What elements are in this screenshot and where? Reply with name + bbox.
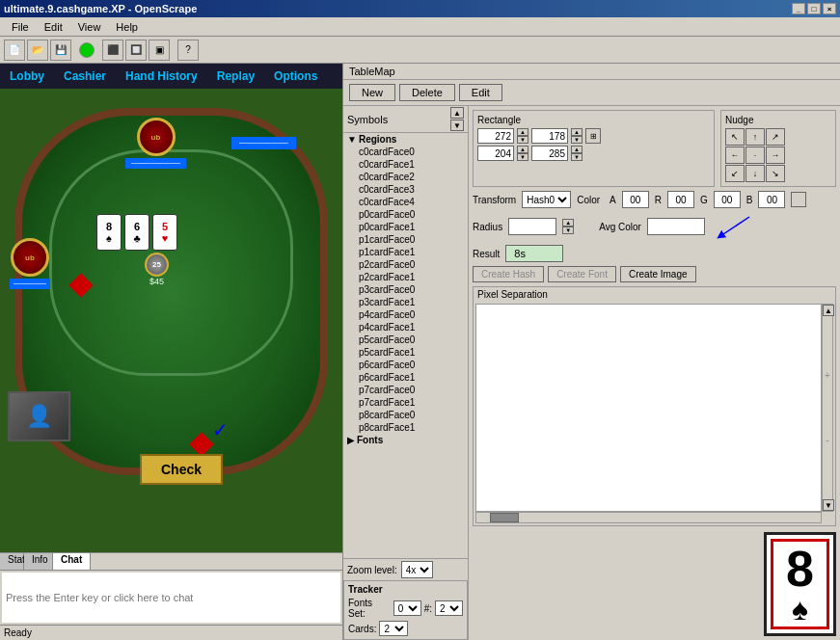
list-item-p7cardFace1[interactable]: p7cardFace1 [355,396,468,409]
create-hash-button[interactable]: Create Hash [473,266,544,282]
window-controls[interactable]: _ □ × [792,3,836,14]
color-a-input[interactable] [622,191,649,208]
vscroll-plus[interactable]: + [823,370,832,381]
rect-h-down[interactable]: ▼ [571,153,583,161]
delete-button[interactable]: Delete [399,84,455,101]
zoom-select[interactable]: 4x [401,561,433,578]
rect-w-input[interactable] [531,128,568,144]
list-item-c0cardFace2[interactable]: c0cardFace2 [355,171,468,183]
vscroll-up[interactable]: ▲ [823,305,834,316]
new-button[interactable]: New [349,84,395,101]
rect-x-up[interactable]: ▲ [517,128,528,136]
toolbar-btn3[interactable]: ▣ [149,40,170,61]
toolbar-save[interactable]: 💾 [50,40,71,61]
rect-x-down[interactable]: ▼ [517,136,528,144]
chat-input-wrapper[interactable] [2,573,340,623]
rect-x-input[interactable] [477,128,514,144]
color-preview-box[interactable] [791,192,806,207]
toolbar-help[interactable]: ? [177,40,199,61]
list-item-p0cardFace0[interactable]: p0cardFace0 [355,208,468,221]
transform-select[interactable]: Hash0 [522,191,571,208]
rect-w-down[interactable]: ▼ [571,136,583,144]
nav-cashier[interactable]: Cashier [54,66,116,87]
cards-select[interactable]: 2 [379,621,408,636]
nav-replay[interactable]: Replay [207,66,264,87]
toolbar-open[interactable]: 📂 [27,40,48,61]
list-item-p5cardFace1[interactable]: p5cardFace1 [355,346,468,359]
fonts-category[interactable]: ▶ Fonts [343,434,468,446]
nav-options[interactable]: Options [264,66,327,87]
list-item-p4cardFace0[interactable]: p4cardFace0 [355,308,468,321]
list-item-c0cardFace1[interactable]: c0cardFace1 [355,158,468,171]
nav-hand-history[interactable]: Hand History [116,66,207,87]
grid-icon[interactable]: ⊞ [585,128,601,144]
toolbar-new[interactable]: 📄 [4,40,25,61]
rect-h-up[interactable]: ▲ [571,146,583,153]
menu-file[interactable]: File [4,19,37,35]
minimize-btn[interactable]: _ [792,3,805,14]
rect-h-input[interactable] [531,146,568,161]
list-item-p3cardFace1[interactable]: p3cardFace1 [355,296,468,308]
nav-lobby[interactable]: Lobby [0,66,54,87]
regions-category[interactable]: ▼ Regions [343,133,468,146]
list-item-p4cardFace1[interactable]: p4cardFace1 [355,321,468,333]
rect-w-up[interactable]: ▲ [571,128,583,136]
hscroll-thumb[interactable] [490,513,519,522]
close-btn[interactable]: × [823,3,836,14]
nudge-u[interactable]: ↑ [745,128,765,146]
nudge-ur[interactable]: ↗ [766,128,785,146]
list-item-c0cardFace3[interactable]: c0cardFace3 [355,183,468,196]
list-item-p0cardFace1[interactable]: p0cardFace1 [355,221,468,233]
list-item-p7cardFace0[interactable]: p7cardFace0 [355,384,468,396]
toolbar-green-circle[interactable] [79,42,95,58]
side-tab-stat[interactable]: Stat [0,553,24,570]
nudge-r[interactable]: → [766,147,785,164]
list-item-p8cardFace1[interactable]: p8cardFace1 [355,421,468,434]
list-item-p1cardFace1[interactable]: p1cardFace1 [355,246,468,258]
list-item-c0cardFace4[interactable]: c0cardFace4 [355,196,468,208]
hash-select[interactable]: 2 [435,600,463,616]
list-item-p8cardFace0[interactable]: p8cardFace0 [355,409,468,421]
list-item-p2cardFace0[interactable]: p2cardFace0 [355,258,468,271]
menu-view[interactable]: View [70,19,109,35]
menu-help[interactable]: Help [108,19,146,35]
check-button[interactable]: Check [140,454,223,485]
color-b-input[interactable] [758,191,785,208]
nudge-d[interactable]: ↓ [745,165,765,182]
vscroll-down[interactable]: ▼ [823,499,834,511]
chat-tab-active[interactable]: Chat [53,553,91,570]
list-item-p2cardFace1[interactable]: p2cardFace1 [355,271,468,283]
list-item-p3cardFace0[interactable]: p3cardFace0 [355,283,468,296]
nudge-ul[interactable]: ↖ [725,128,745,146]
list-item-p6cardFace0[interactable]: p6cardFace0 [355,359,468,371]
fonts-set-select[interactable]: 0 [393,600,421,616]
radius-up[interactable]: ▲ [562,219,574,227]
menu-edit[interactable]: Edit [37,19,70,35]
maximize-btn[interactable]: □ [807,3,821,14]
chat-input[interactable] [6,592,337,603]
edit-button[interactable]: Edit [459,84,502,101]
scroll-down-btn[interactable]: ▼ [450,120,464,131]
radius-input[interactable] [508,218,556,235]
list-item-c0cardFace0[interactable]: c0cardFace0 [355,146,468,158]
rect-y-up[interactable]: ▲ [517,146,528,153]
nudge-l[interactable]: ← [725,147,745,164]
nudge-dr[interactable]: ↘ [766,165,785,182]
side-tab-info[interactable]: Info [24,553,53,570]
vscroll-minus[interactable]: - [823,435,832,445]
radius-down[interactable]: ▼ [562,227,574,234]
create-font-button[interactable]: Create Font [548,266,616,282]
scroll-up-btn[interactable]: ▲ [450,107,464,119]
rect-y-down[interactable]: ▼ [517,153,528,161]
list-item-p5cardFace0[interactable]: p5cardFace0 [355,333,468,346]
toolbar-btn2[interactable]: 🔲 [125,40,147,61]
color-r-input[interactable] [667,191,694,208]
rect-y-input[interactable] [477,146,514,161]
create-image-button[interactable]: Create Image [620,266,696,282]
color-g-input[interactable] [714,191,741,208]
list-item-p6cardFace1[interactable]: p6cardFace1 [355,371,468,384]
nudge-dl[interactable]: ↙ [725,165,745,182]
nudge-c[interactable]: · [745,147,765,164]
symbols-list[interactable]: ▼ Regions c0cardFace0 c0cardFace1 c0card… [343,133,468,558]
toolbar-btn1[interactable]: ⬛ [102,40,123,61]
